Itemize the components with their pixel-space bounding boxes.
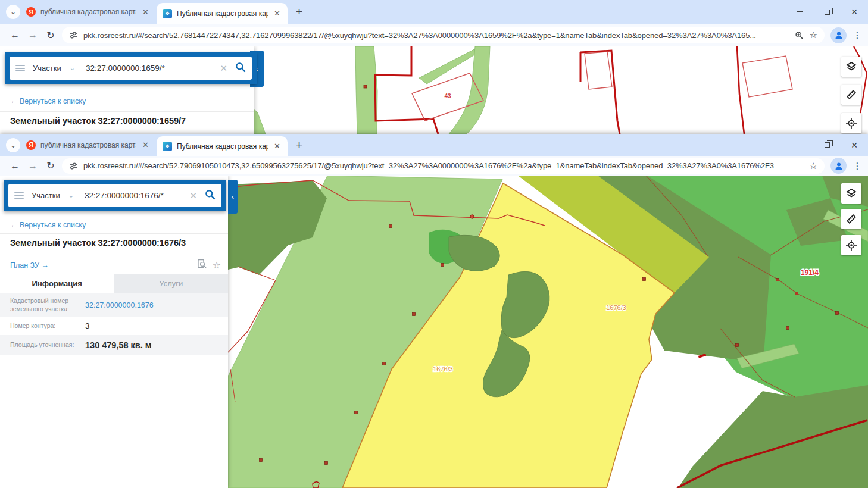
back-button[interactable]: ← bbox=[6, 30, 24, 40]
tab-information[interactable]: Информация bbox=[0, 274, 114, 293]
search-input[interactable]: Участки ⌄ 32:27:0000000:1676/* ✕ bbox=[8, 184, 221, 207]
map-label-43: 43 bbox=[444, 93, 451, 99]
divider bbox=[0, 111, 254, 112]
plan-zu-link[interactable]: План ЗУ → bbox=[10, 261, 49, 270]
tab-services[interactable]: Услуги bbox=[114, 274, 229, 293]
tab-search-button[interactable]: ⌄ bbox=[6, 5, 20, 19]
crosshair-icon bbox=[845, 239, 857, 251]
tab-pkk[interactable]: ❖ Публичная кадастровая карта ✕ bbox=[157, 136, 288, 156]
parcel-title: Земельный участок 32:27:0000000:1676/3 bbox=[10, 238, 186, 248]
new-tab-button[interactable]: + bbox=[296, 5, 302, 18]
ruler-button[interactable] bbox=[841, 209, 861, 229]
back-button[interactable]: ← bbox=[6, 161, 24, 171]
minimize-icon bbox=[797, 11, 803, 12]
minimize-button[interactable] bbox=[786, 0, 813, 24]
tab-pkk[interactable]: ❖ Публичная кадастровая карта ✕ bbox=[157, 3, 288, 24]
profile-avatar[interactable] bbox=[830, 158, 847, 174]
ruler-button[interactable] bbox=[841, 85, 861, 105]
tab-close-button[interactable]: ✕ bbox=[273, 142, 282, 151]
menu-hamburger-icon[interactable] bbox=[14, 192, 24, 199]
category-select[interactable]: Участки bbox=[32, 191, 60, 200]
favorite-star-icon[interactable]: ☆ bbox=[213, 259, 221, 271]
reload-button[interactable]: ↻ bbox=[42, 30, 60, 41]
cadastral-number-link[interactable]: 32:27:0000000:1676 bbox=[85, 301, 154, 309]
restore-button[interactable] bbox=[813, 0, 841, 24]
new-tab-button[interactable]: + bbox=[296, 139, 302, 152]
map-area: 43 ← Вернуться к списку Земельный участо… bbox=[0, 46, 868, 134]
parcel-title: Земельный участок 32:27:0000000:1659/7 bbox=[10, 116, 186, 126]
forward-button[interactable]: → bbox=[24, 161, 42, 171]
restore-button[interactable] bbox=[813, 134, 841, 156]
locate-button[interactable] bbox=[841, 113, 861, 133]
tab-title: публичная кадастровая карта bbox=[40, 8, 136, 16]
map-label-191-4: 191/4 bbox=[801, 268, 819, 277]
tab-title: Публичная кадастровая карта bbox=[177, 10, 268, 18]
restore-icon bbox=[825, 142, 830, 148]
search-bar: Участки ⌄ 32:27:0000000:1676/* ✕ bbox=[4, 180, 226, 211]
menu-kebab-icon[interactable]: ⋮ bbox=[851, 161, 863, 171]
url-text: pkk.rosreestr.ru/#/search/52.79069105010… bbox=[83, 161, 804, 170]
chevron-down-icon: ⌄ bbox=[10, 8, 16, 16]
address-bar[interactable]: pkk.rosreestr.ru/#/search/52.76814472274… bbox=[62, 27, 825, 43]
menu-kebab-icon[interactable]: ⋮ bbox=[851, 30, 863, 40]
search-query-text[interactable]: 32:27:0000000:1659/* bbox=[86, 64, 220, 73]
chevron-down-icon[interactable]: ⌄ bbox=[70, 64, 75, 72]
panel-collapse-button[interactable]: ‹ bbox=[228, 180, 238, 214]
menu-hamburger-icon[interactable] bbox=[15, 65, 25, 71]
tab-close-button[interactable]: ✕ bbox=[141, 140, 150, 149]
browser-toolbar: ← → ↻ pkk.rosreestr.ru/#/search/52.79069… bbox=[0, 156, 868, 176]
bookmark-star-icon[interactable]: ☆ bbox=[810, 161, 817, 171]
search-query-text[interactable]: 32:27:0000000:1676/* bbox=[85, 191, 190, 200]
url-text: pkk.rosreestr.ru/#/search/52.76814472274… bbox=[83, 31, 789, 40]
clear-search-icon[interactable]: ✕ bbox=[189, 190, 197, 201]
category-select[interactable]: Участки bbox=[33, 64, 61, 73]
chevron-down-icon[interactable]: ⌄ bbox=[68, 192, 74, 199]
tab-search-button[interactable]: ⌄ bbox=[6, 138, 20, 152]
layers-button[interactable] bbox=[841, 183, 861, 204]
forward-button[interactable]: → bbox=[24, 30, 42, 40]
browser-window-bottom: ⌄ Я публичная кадастровая карта ✕ ❖ Публ… bbox=[0, 134, 868, 488]
reload-button[interactable]: ↻ bbox=[42, 160, 60, 171]
yandex-favicon-icon: Я bbox=[26, 140, 36, 150]
site-settings-icon[interactable] bbox=[69, 162, 77, 170]
close-window-button[interactable]: ✕ bbox=[841, 0, 868, 24]
back-to-list-link[interactable]: ← Вернуться к списку bbox=[10, 219, 86, 230]
tab-yandex[interactable]: Я публичная кадастровая карта ✕ bbox=[20, 134, 156, 156]
minimize-icon bbox=[797, 145, 803, 146]
bookmark-star-icon[interactable]: ☆ bbox=[810, 30, 817, 40]
tab-yandex[interactable]: Я публичная кадастровая карта ✕ bbox=[20, 0, 156, 24]
site-settings-icon[interactable] bbox=[69, 31, 77, 39]
search-submit-icon[interactable] bbox=[205, 189, 216, 202]
close-window-button[interactable]: ✕ bbox=[841, 134, 868, 156]
layers-icon bbox=[845, 61, 857, 73]
browser-window-top: ⌄ Я публичная кадастровая карта ✕ ❖ Публ… bbox=[0, 0, 868, 134]
info-rows: Кадастровый номер земельного участка: 32… bbox=[0, 293, 228, 355]
map-area: 1676/3 1676/3 191/4 ← Вернуться к списку… bbox=[0, 176, 868, 488]
tab-title: публичная кадастровая карта bbox=[40, 141, 136, 149]
layers-icon bbox=[845, 187, 857, 199]
search-submit-icon[interactable] bbox=[235, 62, 246, 75]
layers-button[interactable] bbox=[841, 57, 861, 77]
locate-button[interactable] bbox=[841, 235, 861, 255]
info-value: 3 bbox=[85, 321, 90, 330]
address-bar[interactable]: pkk.rosreestr.ru/#/search/52.79069105010… bbox=[62, 158, 825, 174]
map-canvas[interactable]: 1676/3 1676/3 191/4 bbox=[228, 176, 868, 488]
crosshair-icon bbox=[845, 117, 857, 129]
restore-icon bbox=[825, 10, 830, 15]
zoom-indicator-icon[interactable] bbox=[795, 31, 804, 40]
search-bar: Участки ⌄ 32:27:0000000:1659/* ✕ bbox=[5, 52, 257, 84]
clear-search-icon[interactable]: ✕ bbox=[220, 63, 227, 74]
back-to-list-link[interactable]: ← Вернуться к списку bbox=[10, 95, 86, 106]
search-input[interactable]: Участки ⌄ 32:27:0000000:1659/* ✕ bbox=[10, 57, 252, 80]
tab-close-button[interactable]: ✕ bbox=[141, 8, 150, 17]
tab-title: Публичная кадастровая карта bbox=[177, 142, 268, 151]
yandex-favicon-icon: Я bbox=[26, 7, 36, 17]
chevron-down-icon: ⌄ bbox=[10, 141, 16, 149]
profile-avatar[interactable] bbox=[830, 27, 847, 43]
map-label-1676-3-b: 1676/3 bbox=[433, 365, 453, 373]
tab-close-button[interactable]: ✕ bbox=[273, 9, 282, 18]
minimize-button[interactable] bbox=[786, 134, 813, 156]
plan-zu-row: План ЗУ → ☆ bbox=[10, 259, 221, 271]
plan-preview-icon[interactable] bbox=[197, 259, 207, 271]
panel-tabs: Информация Услуги bbox=[0, 274, 228, 293]
